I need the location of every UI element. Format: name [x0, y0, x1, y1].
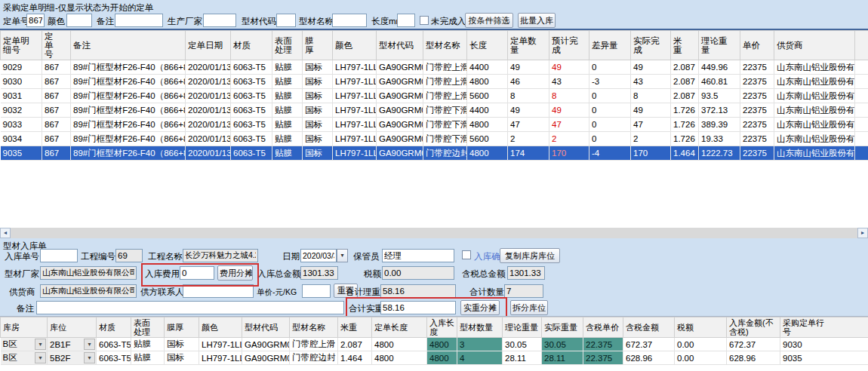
order-no-input[interactable]: [26, 14, 45, 27]
horizontal-scrollbar[interactable]: ◂ ▸: [0, 228, 868, 238]
column-header[interactable]: 采购定单行 号: [780, 317, 868, 338]
scroll-left-button[interactable]: ◂: [0, 228, 11, 238]
column-header[interactable]: 长度: [467, 31, 508, 60]
profile-name-filter-input[interactable]: [332, 14, 367, 27]
split-location-button[interactable]: 拆分库位: [510, 300, 548, 315]
column-header[interactable]: 型材数量: [457, 317, 503, 338]
table-row[interactable]: 903286789#门框型材F26-F40（866+867）2020/01/13…: [1, 103, 868, 118]
column-header[interactable]: 入库长度: [427, 317, 457, 338]
inbound-confirm-checkbox[interactable]: [462, 250, 471, 259]
column-header[interactable]: 型材代码: [242, 317, 290, 338]
table-cell: 389.39: [699, 118, 740, 132]
column-header[interactable]: 材质: [231, 31, 272, 60]
chevron-down-icon[interactable]: ▾: [35, 352, 46, 363]
total-amount-input[interactable]: [300, 266, 338, 280]
scroll-right-button[interactable]: ▸: [857, 228, 868, 238]
batch-inbound-button[interactable]: 批量入库: [518, 13, 556, 28]
supplier-input[interactable]: [40, 284, 137, 298]
column-header[interactable]: 含税金额: [623, 317, 675, 338]
column-header[interactable]: 差异量: [589, 31, 631, 60]
project-name-input[interactable]: [183, 249, 258, 262]
chevron-down-icon[interactable]: ▾: [35, 339, 46, 350]
table-row[interactable]: B区▾2B1F▾6063-T5贴膜国标LH797-1LL0GA90GRM03门带…: [1, 338, 868, 351]
column-header[interactable]: 库房: [1, 317, 48, 338]
unfinished-checkbox[interactable]: [420, 16, 429, 25]
table-row[interactable]: 903186789#门框型材F26-F40（866+867）2020/01/13…: [1, 89, 868, 103]
scroll-right-icon: ▸: [861, 229, 864, 236]
column-header[interactable]: 表面 处理: [272, 31, 303, 60]
table-row[interactable]: B区▾5B2F▾6063-T5贴膜国标LH797-1LL0GA90GRM05门带…: [1, 351, 868, 365]
manufacturer-filter-input[interactable]: [203, 14, 236, 27]
column-header[interactable]: 材质: [97, 317, 131, 338]
table-cell: 49: [631, 103, 671, 118]
column-header[interactable]: 库位: [48, 317, 97, 338]
fee-share-button[interactable]: 费用分摊: [217, 265, 253, 281]
table-cell: 460.81: [699, 75, 740, 89]
column-header[interactable]: 颜色: [199, 317, 242, 338]
calendar-dropdown-button[interactable]: ▾: [337, 249, 348, 262]
column-header[interactable]: 表面 处理: [131, 317, 165, 338]
column-header[interactable]: 膜 厚: [303, 31, 333, 60]
remark-filter-input[interactable]: [115, 14, 163, 27]
inbound-no-input[interactable]: [40, 249, 78, 262]
order-no-label: 定单号: [3, 16, 29, 26]
column-header[interactable]: 型材名称: [290, 317, 338, 338]
column-header[interactable]: 颜色: [333, 31, 377, 60]
column-header[interactable]: 供货商: [774, 31, 855, 60]
note-input[interactable]: [36, 301, 344, 314]
actual-weight-share-button[interactable]: 实重分摊: [460, 300, 500, 315]
total-qty-input[interactable]: [504, 284, 543, 298]
profile-code-filter-input[interactable]: [276, 14, 296, 27]
total-actual-input[interactable]: [380, 301, 456, 314]
chevron-down-icon[interactable]: ▾: [84, 352, 95, 363]
column-header[interactable]: 定单长度: [372, 317, 427, 338]
unit-price-input[interactable]: [302, 284, 331, 298]
column-header[interactable]: 入库金额(不 含税): [727, 317, 780, 338]
column-header[interactable]: 定 单 号: [42, 31, 71, 60]
table-row[interactable]: 903086789#门框型材F26-F40（866+867）2020/01/13…: [1, 75, 868, 89]
column-header[interactable]: [855, 31, 868, 60]
column-header[interactable]: 理论重量: [503, 317, 542, 338]
table-cell: LH797-1LL0: [333, 146, 377, 161]
column-header[interactable]: 膜厚: [165, 317, 199, 338]
column-header[interactable]: 单价: [740, 31, 774, 60]
column-header[interactable]: 型材代码: [377, 31, 423, 60]
supplier-contact-input[interactable]: [183, 284, 254, 298]
filter-by-condition-button[interactable]: 按条件筛选: [465, 13, 513, 28]
column-header[interactable]: 定单日期: [186, 31, 231, 60]
maker-input[interactable]: [40, 266, 137, 280]
tax-input[interactable]: [382, 266, 454, 280]
column-header[interactable]: 米 重: [671, 31, 699, 60]
total-theory-input[interactable]: [380, 284, 456, 298]
color-filter-input[interactable]: [66, 14, 92, 27]
table-cell: 4800: [467, 146, 508, 161]
column-header[interactable]: 备注: [71, 31, 186, 60]
table-row[interactable]: 903586789#门框型材F26-F40（866+867）2020/01/13…: [1, 146, 868, 161]
table-row[interactable]: 903486789#门框型材F26-F40（866+867）2020/01/13…: [1, 132, 868, 146]
column-header[interactable]: 预计完 成: [549, 31, 589, 60]
table-cell: 49: [508, 103, 549, 118]
column-header[interactable]: 理论重 量: [699, 31, 740, 60]
column-header[interactable]: 定单数 量: [508, 31, 549, 60]
table-row[interactable]: 902986789#门框型材F26-F40（866+867）2020/01/13…: [1, 60, 868, 75]
column-header[interactable]: 含税单价: [583, 317, 623, 338]
table-row[interactable]: 903386789#门框型材F26-F40（866+867）2020/01/13…: [1, 118, 868, 132]
project-no-input[interactable]: [115, 249, 143, 262]
column-header[interactable]: 米重: [338, 317, 372, 338]
total-with-tax-input[interactable]: [507, 266, 545, 280]
table-cell: 2B1F▾: [48, 338, 97, 351]
table-cell: 9029: [1, 60, 42, 75]
column-header[interactable]: 定单明 细号: [1, 31, 42, 60]
chevron-down-icon[interactable]: ▾: [84, 339, 95, 350]
date-input[interactable]: [300, 249, 337, 262]
copy-location-button[interactable]: 复制库房库位: [500, 248, 560, 263]
column-header[interactable]: 型材名称: [423, 31, 467, 60]
fee-input[interactable]: [180, 266, 214, 280]
column-header[interactable]: 税额: [675, 317, 727, 338]
column-header[interactable]: 实际完 成: [631, 31, 671, 60]
table-cell: 28.11: [503, 351, 542, 365]
column-header[interactable]: 实际重量: [542, 317, 583, 338]
length-filter-input[interactable]: [397, 14, 415, 27]
keeper-input[interactable]: [382, 249, 454, 262]
table-cell: 89#门框型材F26-F40（866+867）: [71, 103, 186, 118]
